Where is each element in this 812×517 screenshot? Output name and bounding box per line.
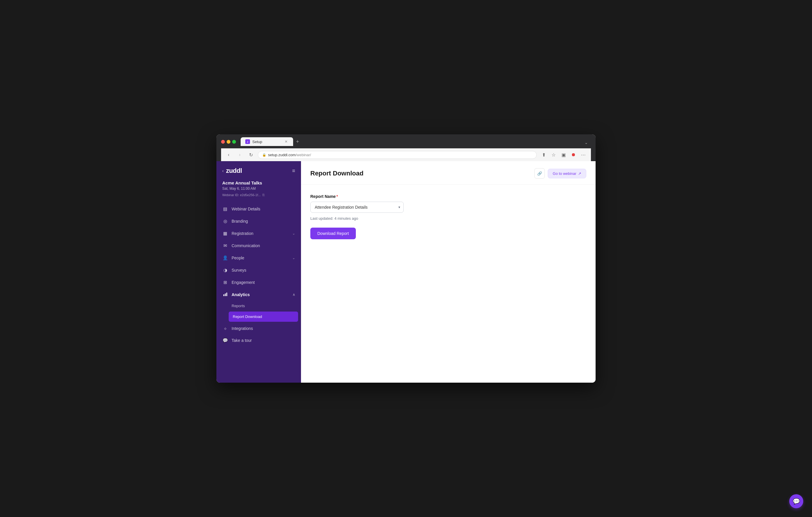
last-updated-text: Last updated: 4 minutes ago <box>310 216 586 221</box>
sidebar-item-integrations[interactable]: ⟐ Integrations <box>216 322 301 334</box>
sidebar: ‹ zuddl ≡ Acme Annual Talks Sat, May 6, … <box>216 161 301 383</box>
new-tab-button[interactable]: + <box>293 138 302 146</box>
analytics-chevron-icon: ∧ <box>293 293 295 297</box>
address-bar[interactable]: 🔒 setup.zuddl.com/webinar/ <box>258 151 536 159</box>
go-to-webinar-label: Go to webinar <box>553 171 576 176</box>
communication-icon: ✉ <box>222 243 228 248</box>
event-info: Acme Annual Talks Sat, May 6, 11:00 AM W… <box>216 179 301 202</box>
people-icon: 👤 <box>222 255 228 261</box>
copy-id-button[interactable]: ⎘ <box>262 193 265 197</box>
share-button[interactable]: ⬆ <box>540 151 548 159</box>
sidebar-back-button[interactable]: ‹ <box>222 169 224 173</box>
reload-nav-button[interactable]: ↻ <box>247 151 255 159</box>
sidebar-item-analytics[interactable]: Analytics ∧ <box>216 288 301 301</box>
download-report-button[interactable]: Download Report <box>310 227 356 239</box>
sidebar-item-take-a-tour[interactable]: 💬 Take a tour <box>216 334 301 346</box>
reports-label: Reports <box>232 304 245 308</box>
chat-icon: 💬 <box>793 498 800 505</box>
traffic-light-yellow[interactable] <box>227 140 230 144</box>
sidebar-item-label: Registration <box>232 231 254 236</box>
page-body: Report Name * Attendee Registration Deta… <box>301 185 596 383</box>
tab-title: Setup <box>252 140 282 144</box>
traffic-light-red[interactable] <box>221 140 225 144</box>
report-name-label: Report Name * <box>310 194 586 199</box>
sidebar-item-label: Take a tour <box>232 338 252 343</box>
sidebar-item-engagement[interactable]: ⊞ Engagement <box>216 276 301 288</box>
sidebar-item-label: Communication <box>232 243 260 248</box>
report-name-select-container: Attendee Registration Details Attendee E… <box>310 202 404 213</box>
external-link-icon: ↗ <box>578 171 581 176</box>
page-header: Report Download 🔗 Go to webinar ↗ <box>301 161 596 185</box>
tab-chevron-icon: ⌄ <box>582 139 591 146</box>
sidebar-sub-item-report-download[interactable]: Report Download <box>229 311 298 322</box>
traffic-light-green[interactable] <box>232 140 236 144</box>
sidebar-item-label: Surveys <box>232 268 246 273</box>
svg-rect-2 <box>226 293 227 296</box>
address-text: setup.zuddl.com/webinar/ <box>268 153 311 157</box>
event-date: Sat, May 6, 11:00 AM <box>222 186 295 191</box>
sidebar-item-communication[interactable]: ✉ Communication <box>216 240 301 252</box>
sidebar-item-surveys[interactable]: ◑ Surveys <box>216 264 301 276</box>
take-a-tour-icon: 💬 <box>222 338 228 343</box>
analytics-icon <box>222 292 228 297</box>
active-tab[interactable]: z Setup ✕ <box>241 137 293 146</box>
more-options-button[interactable]: ⋯ <box>579 151 587 159</box>
sidebar-logo: ‹ zuddl <box>222 167 242 175</box>
svg-rect-0 <box>224 294 224 296</box>
surveys-icon: ◑ <box>222 268 228 273</box>
report-download-label: Report Download <box>233 314 262 319</box>
sidebar-item-branding[interactable]: ◎ Branding <box>216 215 301 227</box>
webinar-details-icon: ▤ <box>222 206 228 212</box>
sidebar-item-registration[interactable]: ▦ Registration ⌄ <box>216 227 301 240</box>
sidebar-item-label: Integrations <box>232 326 253 331</box>
event-id: Webinar ID: e2d5e256-1f... <box>222 193 261 197</box>
hamburger-menu-button[interactable]: ≡ <box>292 168 295 174</box>
branding-icon: ◎ <box>222 219 228 224</box>
copy-link-button[interactable]: 🔗 <box>534 168 545 179</box>
registration-chevron-icon: ⌄ <box>292 232 295 236</box>
record-button[interactable]: ⏺ <box>569 151 578 159</box>
bookmark-button[interactable]: ☆ <box>550 151 558 159</box>
sidebar-item-label: Engagement <box>232 280 255 285</box>
back-nav-button[interactable]: ‹ <box>225 151 233 159</box>
sidebar-item-label: Branding <box>232 219 248 223</box>
report-name-select[interactable]: Attendee Registration Details Attendee E… <box>310 202 404 213</box>
link-icon: 🔗 <box>537 171 542 176</box>
engagement-icon: ⊞ <box>222 280 228 285</box>
required-indicator: * <box>336 194 338 199</box>
header-actions: 🔗 Go to webinar ↗ <box>534 168 586 179</box>
people-chevron-icon: ⌄ <box>292 256 295 260</box>
sidebar-item-people[interactable]: 👤 People ⌄ <box>216 252 301 264</box>
main-content: Report Download 🔗 Go to webinar ↗ Report… <box>301 161 596 383</box>
page-title: Report Download <box>310 170 364 177</box>
sidebar-sub-item-reports[interactable]: Reports <box>216 301 301 311</box>
tab-close-button[interactable]: ✕ <box>284 140 288 144</box>
sidebar-item-label: People <box>232 255 244 260</box>
svg-rect-1 <box>225 294 226 296</box>
chat-bubble-button[interactable]: 💬 <box>789 494 803 508</box>
sidebar-item-label: Webinar Details <box>232 207 260 211</box>
registration-icon: ▦ <box>222 231 228 236</box>
logo-text: zuddl <box>226 167 242 175</box>
go-to-webinar-button[interactable]: Go to webinar ↗ <box>548 169 586 178</box>
sidebar-item-label: Analytics <box>232 292 250 297</box>
tab-favicon: z <box>245 139 250 144</box>
split-view-button[interactable]: ▣ <box>559 151 568 159</box>
lock-icon: 🔒 <box>262 153 266 157</box>
sidebar-nav: ▤ Webinar Details ◎ Branding ▦ Registrat… <box>216 202 301 383</box>
event-name: Acme Annual Talks <box>222 180 295 185</box>
sidebar-item-webinar-details[interactable]: ▤ Webinar Details <box>216 203 301 215</box>
forward-nav-button[interactable]: › <box>236 151 244 159</box>
integrations-icon: ⟐ <box>222 326 228 331</box>
